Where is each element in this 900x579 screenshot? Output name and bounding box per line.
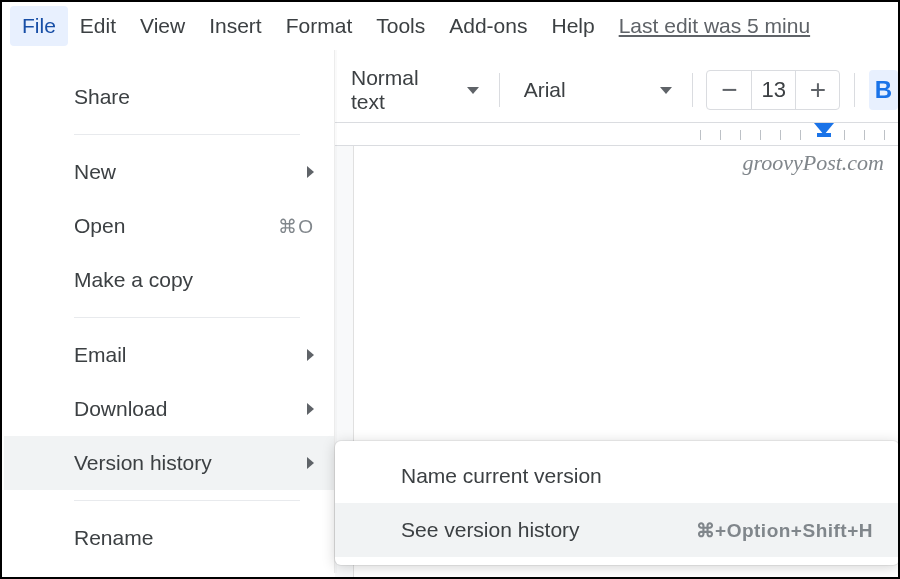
- version-history-submenu: Name current version See version history…: [335, 441, 899, 565]
- file-menu-new[interactable]: New: [4, 145, 334, 199]
- file-menu-download[interactable]: Download: [4, 382, 334, 436]
- menu-file-label: File: [22, 14, 56, 37]
- menu-tools-label: Tools: [376, 14, 425, 37]
- font-size-decrease[interactable]: −: [707, 71, 751, 109]
- file-menu-open[interactable]: Open ⌘O: [4, 199, 334, 253]
- file-menu-download-label: Download: [74, 397, 167, 421]
- submenu-arrow-icon: [307, 166, 314, 178]
- font-select[interactable]: Arial: [514, 70, 678, 110]
- ruler-inner: 1 2: [335, 123, 898, 145]
- submenu-arrow-icon: [307, 349, 314, 361]
- file-menu-rename[interactable]: Rename: [4, 511, 334, 565]
- menu-edit-label: Edit: [80, 14, 116, 37]
- ruler[interactable]: 1 2: [335, 122, 898, 146]
- menu-addons-label: Add-ons: [449, 14, 527, 37]
- file-menu-version-history-label: Version history: [74, 451, 212, 475]
- menu-divider: [74, 500, 300, 501]
- file-menu-rename-label: Rename: [74, 526, 153, 550]
- menu-help[interactable]: Help: [539, 6, 606, 46]
- file-menu-new-label: New: [74, 160, 116, 184]
- font-size-increase[interactable]: +: [795, 71, 839, 109]
- file-menu-email[interactable]: Email: [4, 328, 334, 382]
- toolbar-separator: [854, 73, 855, 107]
- paragraph-style-select[interactable]: Normal text: [341, 70, 485, 110]
- paragraph-style-label: Normal text: [351, 66, 449, 114]
- font-label: Arial: [524, 78, 566, 102]
- menu-view-label: View: [140, 14, 185, 37]
- last-edit-link[interactable]: Last edit was 5 minu: [619, 14, 810, 38]
- menu-divider: [74, 317, 300, 318]
- toolbar-separator: [692, 73, 693, 107]
- submenu-see-version-history-label: See version history: [401, 518, 580, 542]
- file-menu-dropdown: Share New Open ⌘O Make a copy Email Down…: [4, 50, 335, 573]
- indent-marker[interactable]: [824, 123, 834, 137]
- submenu-arrow-icon: [307, 457, 314, 469]
- bold-label: B: [875, 76, 892, 104]
- submenu-arrow-icon: [307, 403, 314, 415]
- menu-insert[interactable]: Insert: [197, 6, 274, 46]
- menu-tools[interactable]: Tools: [364, 6, 437, 46]
- file-menu-make-copy[interactable]: Make a copy: [4, 253, 334, 307]
- chevron-down-icon: [660, 87, 672, 94]
- toolbar: Normal text Arial − 13 + B: [335, 62, 898, 118]
- font-size-value-cell[interactable]: 13: [751, 71, 795, 109]
- chevron-down-icon: [467, 87, 479, 94]
- font-size-stepper: − 13 +: [706, 70, 840, 110]
- file-menu-share[interactable]: Share: [4, 70, 334, 124]
- submenu-name-current-version-label: Name current version: [401, 464, 602, 488]
- submenu-see-version-history[interactable]: See version history ⌘+Option+Shift+H: [335, 503, 899, 557]
- menu-addons[interactable]: Add-ons: [437, 6, 539, 46]
- file-menu-make-copy-label: Make a copy: [74, 268, 193, 292]
- plus-icon: +: [810, 74, 826, 106]
- toolbar-separator: [499, 73, 500, 107]
- watermark-text: groovyPost.com: [742, 150, 884, 176]
- menu-format[interactable]: Format: [274, 6, 365, 46]
- menu-insert-label: Insert: [209, 14, 262, 37]
- file-menu-open-shortcut: ⌘O: [278, 215, 314, 238]
- file-menu-open-label: Open: [74, 214, 125, 238]
- file-menu-email-label: Email: [74, 343, 127, 367]
- submenu-see-version-history-shortcut: ⌘+Option+Shift+H: [696, 519, 873, 542]
- font-size-value: 13: [762, 77, 786, 103]
- indent-bar-icon: [817, 133, 831, 137]
- bold-button[interactable]: B: [869, 70, 898, 110]
- menu-file[interactable]: File: [10, 6, 68, 46]
- menu-view[interactable]: View: [128, 6, 197, 46]
- menubar: File Edit View Insert Format Tools Add-o…: [2, 2, 898, 50]
- menu-format-label: Format: [286, 14, 353, 37]
- menu-divider: [74, 134, 300, 135]
- menu-edit[interactable]: Edit: [68, 6, 128, 46]
- file-menu-version-history[interactable]: Version history: [4, 436, 334, 490]
- last-edit-label: Last edit was 5 minu: [619, 14, 810, 37]
- minus-icon: −: [721, 74, 737, 106]
- file-menu-share-label: Share: [74, 85, 130, 109]
- submenu-name-current-version[interactable]: Name current version: [335, 449, 899, 503]
- menu-help-label: Help: [551, 14, 594, 37]
